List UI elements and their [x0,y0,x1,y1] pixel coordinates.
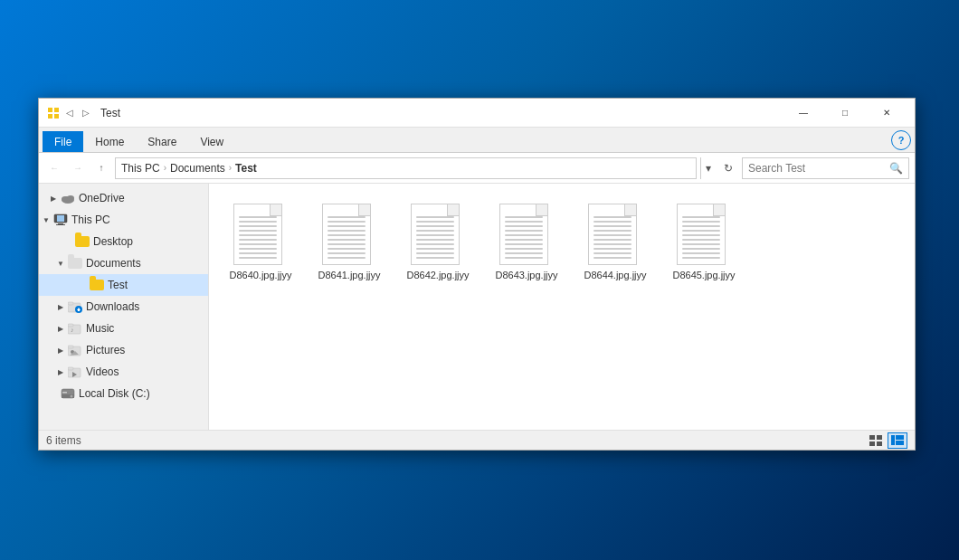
minimize-button[interactable]: — [783,99,824,128]
breadcrumb-this-pc[interactable]: This PC [121,162,160,175]
file-line [416,239,454,241]
close-button[interactable]: ✕ [866,99,907,128]
file-line [682,257,720,259]
content-area: D8640.jpg.jjyy D8641.jpg.jjyy D8642.jpg.… [209,184,915,430]
expand-arrow-this-pc[interactable]: ▼ [39,209,53,231]
sidebar-item-videos[interactable]: ▶ Videos [39,361,208,383]
file-line [505,243,543,245]
forward-icon: ▷ [79,106,93,120]
sidebar-item-local-disk[interactable]: ▶ Local Disk (C:) [39,383,208,404]
sidebar-item-documents[interactable]: ▼ Documents [39,252,208,274]
desktop-folder-icon [75,234,90,249]
onedrive-label: OneDrive [79,192,125,204]
tab-home[interactable]: Home [83,131,136,152]
file-line [682,248,720,250]
address-path[interactable]: This PC › Documents › Test [115,157,697,179]
tab-view[interactable]: View [188,131,235,152]
downloads-folder-icon [68,299,82,314]
breadcrumb-test[interactable]: Test [235,162,257,175]
list-view-button[interactable] [866,432,886,449]
help-button[interactable]: ? [891,130,911,150]
search-box[interactable]: 🔍 [742,157,909,179]
file-icon-4 [588,200,642,265]
file-line [682,216,720,218]
file-line [416,248,454,250]
file-line [416,234,454,236]
file-line [593,257,631,259]
up-button[interactable]: ↑ [91,158,111,178]
local-disk-icon [61,386,75,401]
file-line [328,248,366,250]
svg-text:♪: ♪ [71,327,74,334]
tile-view-button[interactable] [888,432,907,449]
refresh-button[interactable]: ↻ [718,158,738,178]
file-icon-5 [677,200,731,265]
file-line [239,257,277,259]
file-line [682,230,720,232]
file-line [593,243,631,245]
videos-folder-icon [68,365,82,379]
sidebar-item-desktop[interactable]: ▶ Desktop [39,231,208,252]
file-item-5[interactable]: D8645.jpg.jjyy [663,195,745,287]
file-name-5: D8645.jpg.jjyy [672,269,735,281]
svg-rect-0 [48,108,52,112]
sidebar-item-downloads[interactable]: ▶ Downloads [39,296,208,318]
sidebar-item-this-pc[interactable]: ▼ This PC [39,209,208,231]
back-button[interactable]: ← [44,158,64,178]
window-title: Test [100,107,120,119]
search-input[interactable] [748,162,889,175]
sidebar-item-music[interactable]: ▶ ♪ Music [39,318,208,339]
file-line [239,234,277,236]
file-line [239,221,277,223]
file-icon-1 [322,200,376,265]
file-line [416,252,454,254]
address-dropdown-button[interactable]: ▾ [700,157,715,179]
file-item-0[interactable]: D8640.jpg.jjyy [220,195,301,287]
file-line [239,225,277,227]
breadcrumb-documents[interactable]: Documents [170,162,225,175]
file-name-4: D8644.jpg.jjyy [584,269,646,281]
file-lines-4 [588,204,637,265]
svg-rect-1 [54,108,59,112]
expand-arrow-documents[interactable]: ▼ [53,252,68,274]
svg-rect-10 [56,224,65,225]
file-line [328,225,366,227]
forward-button[interactable]: → [68,158,88,178]
file-name-0: D8640.jpg.jjyy [229,269,291,281]
file-line [593,248,631,250]
svg-rect-8 [57,215,64,222]
expand-arrow-pictures[interactable]: ▶ [53,339,68,361]
test-label: Test [108,279,128,291]
file-item-4[interactable]: D8644.jpg.jjyy [574,195,656,287]
expand-arrow-test: ▶ [75,274,90,296]
expand-arrow-videos[interactable]: ▶ [53,361,68,383]
pictures-folder-icon [68,343,82,357]
file-explorer-window: ◁ ▷ Test — □ ✕ File Home Share View ? ← … [38,98,916,451]
file-item-2[interactable]: D8642.jpg.jjyy [397,195,479,287]
desktop-label: Desktop [93,235,133,248]
file-icon-3 [499,200,554,265]
pictures-label: Pictures [86,344,125,356]
pc-icon [53,213,68,227]
file-line [682,234,720,236]
file-line [593,225,631,227]
file-line [505,221,543,223]
file-icon-2 [411,200,465,265]
file-line [328,243,366,245]
svg-point-29 [71,395,73,398]
expand-arrow-onedrive[interactable]: ▶ [46,187,61,209]
maximize-button[interactable]: □ [824,99,866,128]
sidebar-item-onedrive[interactable]: ▶ OneDrive [39,187,208,209]
expand-arrow-downloads[interactable]: ▶ [53,296,68,318]
tab-file[interactable]: File [43,131,83,152]
file-line [416,216,454,218]
file-item-1[interactable]: D8641.jpg.jjyy [309,195,390,287]
file-line [593,234,631,236]
file-item-3[interactable]: D8643.jpg.jjyy [486,195,567,287]
sidebar-item-pictures[interactable]: ▶ Pictures [39,339,208,361]
documents-folder-icon [68,256,82,271]
sidebar-item-test[interactable]: ▶ Test [39,274,208,296]
search-icon[interactable]: 🔍 [889,162,903,175]
tab-share[interactable]: Share [136,131,188,152]
expand-arrow-music[interactable]: ▶ [53,318,68,339]
